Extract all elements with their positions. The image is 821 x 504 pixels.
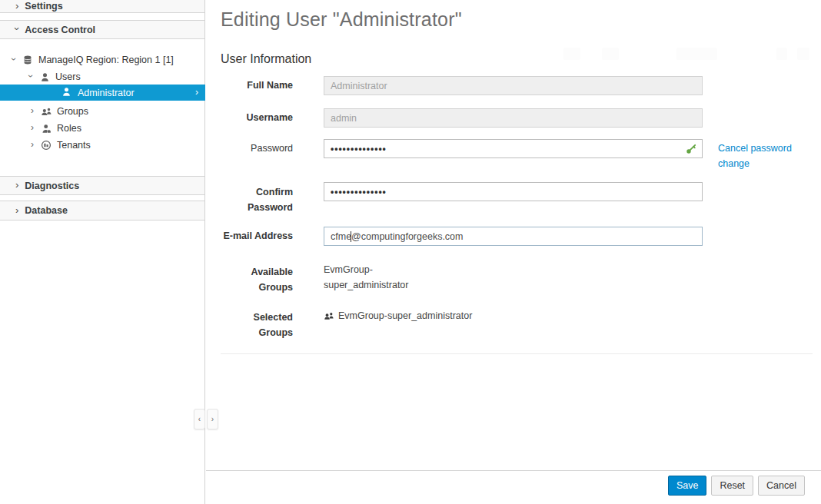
email-input[interactable]: cfme@computingforgeeks.com [324,227,703,246]
group-icon [324,311,334,320]
faded-placeholder [563,48,580,60]
confirm-password-input[interactable]: •••••••••••••• [324,182,703,201]
group-icon [40,105,52,118]
faded-placeholder [676,48,717,60]
settings-sidebar: › Settings › Access Control › ManageIQ R… [0,0,205,504]
confirm-password-label: Confirm Password [221,182,293,215]
chevron-right-icon: › [15,205,18,215]
user-icon [38,71,51,83]
confirm-password-value: •••••••••••••• [331,187,387,197]
faded-placeholder [797,48,809,60]
tree-node-roles-label: Roles [57,123,81,134]
accordion-settings[interactable]: › Settings [0,0,204,13]
accordion-diagnostics[interactable]: › Diagnostics [0,176,204,195]
chevron-right-icon: › [31,106,34,115]
chevron-right-icon: › [195,87,198,98]
selected-groups-row: EvmGroup-super_administrator [324,308,472,323]
full-name-value: Administrator [331,81,387,91]
faded-placeholder [776,48,787,60]
chevron-right-icon: › [31,140,34,149]
chevron-down-icon: › [9,58,18,61]
edit-user-panel: Editing User "Administrator" User Inform… [206,0,821,504]
tree-node-users[interactable]: › Users [29,69,81,85]
user-icon [61,87,73,98]
key-icon [685,143,697,155]
text-cursor [351,231,351,242]
tree-node-tenants[interactable]: › Tenants [31,138,91,153]
selected-groups-value: EvmGroup-super_administrator [338,308,472,323]
save-button[interactable]: Save [668,476,707,496]
tree-node-groups-label: Groups [57,106,88,117]
password-label: Password [221,139,293,158]
accordion-diagnostics-label: Diagnostics [25,181,79,191]
tree-node-users-label: Users [55,71,81,82]
cancel-password-change-link[interactable]: Cancel password change [718,141,796,171]
available-groups-label: Available Groups [221,262,293,295]
chevron-down-icon: › [12,27,22,30]
expand-sidebar-button[interactable]: › [207,409,218,429]
username-input: admin [324,108,703,128]
full-name-input: Administrator [324,76,703,95]
tree-node-region[interactable]: › ManageIQ Region: Region 1 [1] [12,52,174,68]
user-role-icon [40,122,52,134]
chevron-right-icon: › [15,1,18,11]
tree-node-region-label: ManageIQ Region: Region 1 [1] [38,55,174,65]
full-name-label: Full Name [221,76,293,95]
password-value: •••••••••••••• [331,144,387,154]
available-groups-value: EvmGroup-super_administrator [324,262,424,293]
reset-button[interactable]: Reset [711,476,753,496]
tree-node-tenants-label: Tenants [57,140,91,151]
password-input[interactable]: •••••••••••••• [324,139,703,158]
tree-node-administrator-label: Administrator [78,88,135,98]
section-title: User Information [221,52,311,66]
chevron-down-icon: › [26,75,35,78]
accordion-database-label: Database [25,205,68,216]
chevron-right-icon: › [31,123,34,132]
accordion-access-control-label: Access Control [25,25,95,35]
cancel-button[interactable]: Cancel [758,476,805,496]
collapse-sidebar-button[interactable]: ‹ [194,409,205,429]
selected-groups-label: Selected Groups [221,307,293,340]
sidebar-resize-control: ‹ › [194,409,218,429]
accordion-access-control[interactable]: › Access Control [0,20,204,39]
email-label: E-mail Address [221,227,293,246]
tree-node-administrator[interactable]: Administrator › [0,85,205,101]
username-label: Username [221,108,293,128]
tree-node-groups[interactable]: › Groups [31,104,88,119]
tree-node-roles[interactable]: › Roles [31,121,81,136]
form-footer: Save Reset Cancel [206,470,821,504]
faded-placeholder [602,48,619,60]
tenant-icon [40,139,52,151]
accordion-database[interactable]: › Database [0,201,204,220]
username-value: admin [331,113,357,124]
page-title: Editing User "Administrator" [221,8,462,31]
accordion-settings-label: Settings [25,1,62,12]
chevron-right-icon: › [15,180,18,190]
database-icon [22,54,34,66]
section-divider [221,353,813,354]
